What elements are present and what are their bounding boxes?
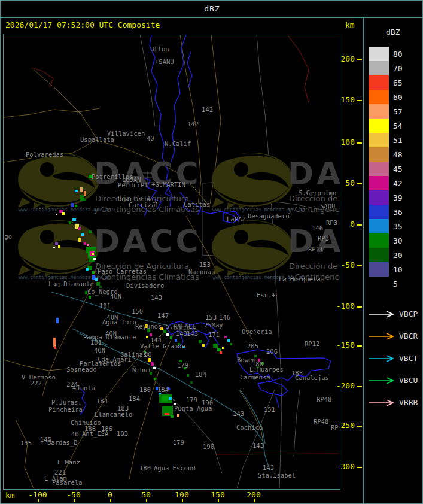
arrow-legend-row: VBCT (368, 354, 423, 362)
radar-echo-cell (177, 414, 179, 417)
radar-echo-cell (222, 347, 224, 349)
map-label: 145 (20, 440, 32, 447)
map-label: Valle_Grande (140, 343, 185, 350)
map-label: 150 (132, 308, 143, 315)
arrow-label: VBCT (399, 354, 418, 363)
arrow-label: VBCR (399, 332, 418, 341)
scale-value-label: 60 (393, 93, 403, 102)
x-tick-label: 100 (169, 490, 195, 499)
map-label: +SANU (155, 59, 174, 65)
map-label: 142 (202, 107, 213, 113)
radar-echo-cell (81, 233, 84, 236)
map-label: S.Geronimo (299, 190, 336, 196)
map-label: 171 (208, 332, 220, 338)
radar-app-window: dBZ 2026/01/17 07:52:00 UTC Composite km (0, 0, 423, 504)
scale-swatch (369, 205, 389, 219)
map-label: 222 (31, 380, 42, 387)
y-tick-mark (357, 467, 362, 468)
map-label: Carmensa (240, 374, 270, 381)
y-tick-mark (357, 426, 362, 427)
map-label: 143 (252, 442, 264, 449)
scale-value-label: 70 (393, 64, 403, 73)
scale-value-label: 39 (393, 193, 403, 202)
x-tick-label: 50 (133, 490, 159, 499)
x-tick-mark (74, 499, 75, 502)
radar-echo-cell (199, 340, 202, 343)
y-tick-label: -200 (334, 381, 355, 390)
scale-value-label: 54 (393, 122, 403, 130)
scale-value-label: 36 (393, 208, 403, 217)
map-label: 40 (147, 135, 154, 142)
map-label: Pincheira (48, 406, 83, 413)
radar-echo-cell (169, 397, 172, 400)
radar-echo-cell (80, 187, 83, 192)
radar-echo-cell (95, 278, 98, 281)
map-label: 101 (99, 303, 111, 309)
scale-value-label: 5 (393, 280, 398, 289)
scale-swatch (369, 47, 389, 61)
map-label: 180 (139, 387, 151, 393)
map-label: 184 (96, 398, 108, 405)
map-label: 40 (71, 431, 79, 438)
radar-echo-cell (84, 191, 86, 196)
map-label: 205 (247, 343, 258, 350)
radar-echo-cell (165, 413, 169, 415)
map-label: Ovejeria (242, 329, 272, 335)
arrow-legend-row: VBCR (368, 332, 423, 340)
scale-swatch (369, 233, 389, 248)
scale-value-label: 30 (393, 236, 403, 245)
map-label: Esc.+ (257, 292, 276, 299)
map-label: 184 (157, 387, 169, 393)
radar-echo-cell (146, 336, 148, 338)
map-label: Punta_Agua (174, 405, 212, 412)
radar-echo-cell (162, 396, 168, 401)
x-tick-label: 150 (205, 490, 231, 499)
arrow-legend-row: VBCU (368, 376, 423, 384)
radar-echo-cell (54, 347, 56, 349)
radar-echo-cell (187, 374, 189, 377)
y-tick-label: -300 (334, 462, 355, 471)
x-tick-label: 0 (97, 490, 123, 499)
map-label: RP12 (305, 341, 319, 347)
watermark-logo-text: DACC (94, 226, 202, 257)
radar-echo-cell (230, 343, 232, 345)
map-label: Perdriel (118, 182, 148, 189)
map-label: Divisadero (126, 283, 164, 289)
map-label: Canalejas (295, 375, 329, 381)
radar-echo-cell (213, 344, 218, 348)
map-label: Nacunan (188, 269, 215, 275)
map-label: Paso_Carretas (98, 268, 147, 275)
y-tick-label: 0 (334, 220, 355, 229)
y-tick-mark (357, 183, 362, 184)
scale-value-label: 48 (393, 150, 403, 159)
radar-echo-cell (89, 296, 91, 299)
map-label: Desaguadero (248, 213, 290, 220)
legend-title: dBZ (386, 28, 400, 37)
map-label: 143 (233, 411, 244, 417)
y-tick-label: 50 (334, 178, 355, 187)
arrow-icon (368, 354, 397, 363)
x-tick-mark (254, 499, 255, 502)
map-label: 190 (203, 444, 214, 450)
map-label: 143 (187, 330, 198, 337)
map-label: 142 (187, 121, 199, 127)
map-label: 101 (90, 339, 102, 346)
scale-swatch (369, 147, 389, 162)
dacc-eye-logo (211, 220, 294, 277)
arrow-legend-row: VBBB (368, 398, 423, 406)
radar-echo-cell (72, 218, 76, 221)
scale-swatch (369, 90, 389, 104)
x-tick-mark (38, 499, 39, 502)
y-tick-label: -150 (334, 341, 355, 350)
map-label: La Horqueta (279, 276, 321, 283)
radar-echo-cell (86, 268, 89, 271)
map-label: +G.MARTIN (151, 181, 185, 188)
map-label: 179 (186, 397, 197, 403)
radar-echo-cell (78, 238, 81, 242)
radar-echo-cell (89, 230, 92, 233)
radar-echo-cell (190, 381, 193, 384)
radar-echo-cell (78, 227, 81, 230)
map-label: Llancanelo (95, 411, 132, 418)
y-tick-mark (357, 306, 362, 308)
x-tick-mark (110, 499, 111, 502)
